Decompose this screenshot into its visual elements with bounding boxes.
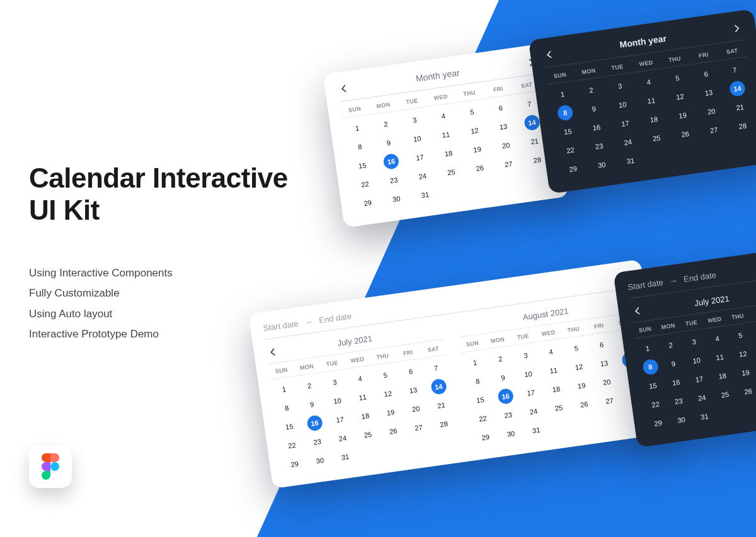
calendar-day[interactable]: 4 — [538, 342, 564, 361]
calendar-day[interactable]: 1 — [636, 339, 660, 358]
calendar-day[interactable]: 9 — [579, 99, 609, 118]
next-month-button[interactable] — [731, 22, 743, 35]
calendar-day[interactable]: 12 — [566, 358, 592, 376]
calendar-day[interactable]: 9 — [490, 368, 517, 387]
calendar-day[interactable]: 23 — [585, 137, 614, 155]
calendar-day[interactable]: 21 — [428, 396, 455, 414]
calendar-day[interactable]: 1 — [462, 353, 488, 371]
calendar-day[interactable]: 8 — [464, 372, 491, 390]
calendar-day[interactable]: 27 — [597, 392, 623, 410]
calendar-day[interactable]: 18 — [711, 367, 735, 385]
calendar-day[interactable]: 19 — [462, 140, 492, 159]
calendar-day[interactable]: 18 — [352, 407, 379, 425]
calendar-day[interactable]: 13 — [694, 83, 724, 102]
calendar-day[interactable]: 24 — [520, 402, 547, 421]
calendar-day[interactable]: 6 — [588, 336, 615, 354]
calendar-day[interactable]: 17 — [327, 410, 353, 429]
calendar-day[interactable]: 22 — [644, 395, 668, 414]
calendar-day[interactable]: 24 — [690, 389, 714, 407]
calendar-day[interactable]: 3 — [322, 373, 348, 392]
calendar-day[interactable]: 3 — [682, 333, 706, 351]
calendar-day[interactable]: 5 — [663, 69, 692, 88]
calendar-day[interactable]: 29 — [472, 428, 499, 446]
calendar-day[interactable]: 12 — [460, 122, 490, 140]
calendar-day[interactable]: 13 — [591, 354, 617, 373]
calendar-day[interactable]: 20 — [593, 373, 620, 391]
calendar-day[interactable]: 23 — [304, 432, 331, 451]
calendar-day[interactable]: 2 — [487, 350, 513, 368]
calendar-day[interactable]: 30 — [498, 424, 524, 443]
calendar-day[interactable]: 25 — [437, 162, 466, 181]
calendar-day[interactable]: 18 — [434, 144, 464, 163]
calendar-day[interactable]: 23 — [495, 406, 522, 424]
calendar-day[interactable]: 29 — [646, 414, 670, 432]
calendar-day[interactable]: 17 — [518, 383, 544, 402]
calendar-day[interactable]: 25 — [546, 399, 572, 417]
calendar-day[interactable]: 1 — [548, 85, 578, 104]
calendar-day[interactable]: 25 — [355, 426, 381, 444]
calendar-day[interactable]: 19 — [377, 404, 404, 422]
calendar-day[interactable]: 15 — [467, 391, 494, 409]
calendar-day[interactable]: 4 — [347, 370, 374, 388]
calendar-day[interactable]: 25 — [713, 386, 737, 404]
calendar-day[interactable]: 27 — [699, 121, 729, 140]
calendar-day[interactable]: 16 — [497, 388, 514, 405]
calendar-day[interactable]: 25 — [642, 128, 672, 147]
calendar-day[interactable]: 12 — [665, 88, 695, 106]
calendar-day[interactable]: 16 — [382, 153, 399, 170]
calendar-day[interactable]: 24 — [613, 133, 643, 152]
calendar-day[interactable]: 16 — [581, 118, 611, 137]
calendar-day[interactable]: 27 — [406, 419, 432, 437]
calendar-day[interactable]: 20 — [403, 400, 429, 418]
calendar-day[interactable]: 21 — [725, 98, 755, 117]
calendar-day[interactable]: 30 — [669, 411, 693, 429]
calendar-day[interactable]: 28 — [431, 415, 457, 433]
calendar-day[interactable]: 11 — [708, 348, 732, 366]
calendar-day[interactable]: 10 — [608, 95, 638, 114]
calendar-day[interactable]: 29 — [558, 159, 588, 178]
calendar-day[interactable]: 19 — [733, 364, 756, 382]
calendar-day[interactable]: 23 — [379, 171, 409, 189]
calendar-day[interactable]: 15 — [553, 122, 583, 141]
calendar-day[interactable]: 27 — [494, 155, 524, 174]
calendar-day[interactable]: 10 — [515, 365, 542, 383]
calendar-day[interactable]: 30 — [382, 189, 411, 208]
calendar-day[interactable]: 17 — [405, 148, 435, 167]
calendar-day[interactable]: 11 — [431, 125, 461, 144]
calendar-day[interactable]: 26 — [380, 422, 406, 440]
calendar-day[interactable]: 23 — [667, 392, 690, 410]
calendar-day[interactable]: 2 — [296, 376, 323, 395]
calendar-day[interactable]: 17 — [610, 114, 640, 133]
calendar-day[interactable]: 22 — [350, 175, 380, 194]
calendar-day[interactable]: 26 — [465, 159, 495, 178]
calendar-day[interactable]: 5 — [457, 103, 487, 122]
calendar-day[interactable]: 15 — [277, 417, 303, 436]
calendar-day[interactable]: 18 — [543, 380, 570, 399]
calendar-day[interactable]: 3 — [513, 346, 539, 365]
calendar-day[interactable]: 8 — [557, 105, 574, 122]
calendar-day[interactable]: 24 — [408, 167, 437, 186]
calendar-day[interactable]: 4 — [705, 329, 729, 348]
calendar-day[interactable]: 18 — [639, 110, 669, 129]
calendar-day[interactable]: 7 — [720, 60, 750, 79]
calendar-day[interactable]: 30 — [587, 155, 617, 174]
calendar-day[interactable]: 13 — [400, 381, 427, 399]
calendar-day[interactable]: 10 — [324, 392, 351, 410]
calendar-day[interactable]: 5 — [563, 339, 590, 358]
calendar-day[interactable]: 8 — [273, 399, 300, 417]
calendar-day[interactable]: 20 — [491, 136, 521, 155]
calendar-day[interactable]: 22 — [556, 141, 585, 160]
calendar-day[interactable]: 31 — [616, 152, 645, 171]
calendar-day[interactable]: 10 — [403, 129, 432, 148]
calendar-day[interactable]: 9 — [662, 354, 685, 373]
calendar-day[interactable]: 26 — [736, 382, 756, 400]
calendar-day[interactable]: 1 — [271, 380, 297, 399]
calendar-day[interactable]: 20 — [697, 102, 726, 121]
calendar-day[interactable]: 11 — [636, 91, 666, 110]
calendar-day[interactable]: 17 — [687, 370, 711, 388]
calendar-day[interactable]: 7 — [423, 359, 449, 377]
calendar-day[interactable]: 6 — [691, 65, 721, 84]
calendar-day[interactable]: 9 — [299, 395, 326, 414]
calendar-day[interactable]: 4 — [428, 106, 458, 125]
calendar-day[interactable]: 28 — [728, 116, 756, 135]
